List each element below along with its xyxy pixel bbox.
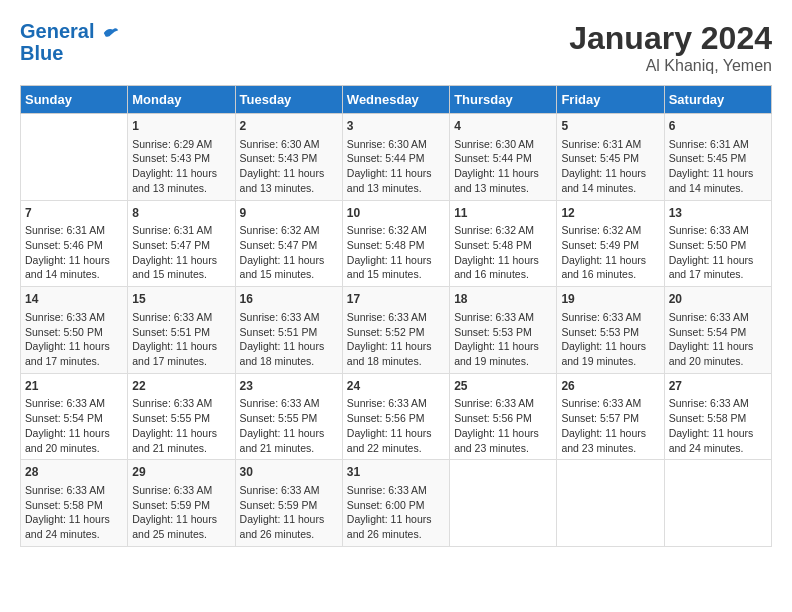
calendar-cell: 10Sunrise: 6:32 AMSunset: 5:48 PMDayligh… — [342, 200, 449, 287]
calendar-cell: 12Sunrise: 6:32 AMSunset: 5:49 PMDayligh… — [557, 200, 664, 287]
daylight-text: Daylight: 11 hours and 19 minutes. — [454, 339, 552, 368]
calendar-cell: 22Sunrise: 6:33 AMSunset: 5:55 PMDayligh… — [128, 373, 235, 460]
sunset-text: Sunset: 5:48 PM — [347, 238, 445, 253]
sunrise-text: Sunrise: 6:33 AM — [561, 396, 659, 411]
weekday-header-thursday: Thursday — [450, 86, 557, 114]
weekday-header-wednesday: Wednesday — [342, 86, 449, 114]
sunset-text: Sunset: 5:48 PM — [454, 238, 552, 253]
daylight-text: Daylight: 11 hours and 18 minutes. — [240, 339, 338, 368]
daylight-text: Daylight: 11 hours and 25 minutes. — [132, 512, 230, 541]
sunset-text: Sunset: 5:43 PM — [240, 151, 338, 166]
day-number: 14 — [25, 291, 123, 308]
day-number: 4 — [454, 118, 552, 135]
sunrise-text: Sunrise: 6:33 AM — [669, 310, 767, 325]
calendar-cell: 3Sunrise: 6:30 AMSunset: 5:44 PMDaylight… — [342, 114, 449, 201]
day-number: 18 — [454, 291, 552, 308]
sunrise-text: Sunrise: 6:33 AM — [347, 483, 445, 498]
calendar-week-row: 21Sunrise: 6:33 AMSunset: 5:54 PMDayligh… — [21, 373, 772, 460]
daylight-text: Daylight: 11 hours and 14 minutes. — [561, 166, 659, 195]
calendar-cell: 18Sunrise: 6:33 AMSunset: 5:53 PMDayligh… — [450, 287, 557, 374]
sunset-text: Sunset: 5:51 PM — [132, 325, 230, 340]
day-number: 12 — [561, 205, 659, 222]
daylight-text: Daylight: 11 hours and 17 minutes. — [25, 339, 123, 368]
daylight-text: Daylight: 11 hours and 15 minutes. — [132, 253, 230, 282]
day-number: 24 — [347, 378, 445, 395]
sunrise-text: Sunrise: 6:33 AM — [454, 396, 552, 411]
calendar-title-block: January 2024 Al Khaniq, Yemen — [569, 20, 772, 75]
daylight-text: Daylight: 11 hours and 17 minutes. — [669, 253, 767, 282]
day-number: 8 — [132, 205, 230, 222]
daylight-text: Daylight: 11 hours and 17 minutes. — [132, 339, 230, 368]
day-number: 1 — [132, 118, 230, 135]
sunrise-text: Sunrise: 6:33 AM — [25, 396, 123, 411]
sunrise-text: Sunrise: 6:31 AM — [669, 137, 767, 152]
calendar-cell: 9Sunrise: 6:32 AMSunset: 5:47 PMDaylight… — [235, 200, 342, 287]
day-number: 29 — [132, 464, 230, 481]
daylight-text: Daylight: 11 hours and 24 minutes. — [25, 512, 123, 541]
calendar-cell: 6Sunrise: 6:31 AMSunset: 5:45 PMDaylight… — [664, 114, 771, 201]
logo-bird-icon — [102, 24, 120, 42]
sunset-text: Sunset: 5:55 PM — [240, 411, 338, 426]
day-number: 2 — [240, 118, 338, 135]
day-number: 3 — [347, 118, 445, 135]
daylight-text: Daylight: 11 hours and 15 minutes. — [347, 253, 445, 282]
sunrise-text: Sunrise: 6:33 AM — [25, 483, 123, 498]
daylight-text: Daylight: 11 hours and 13 minutes. — [240, 166, 338, 195]
sunrise-text: Sunrise: 6:33 AM — [240, 310, 338, 325]
sunrise-text: Sunrise: 6:33 AM — [25, 310, 123, 325]
sunset-text: Sunset: 5:57 PM — [561, 411, 659, 426]
day-number: 19 — [561, 291, 659, 308]
daylight-text: Daylight: 11 hours and 15 minutes. — [240, 253, 338, 282]
sunset-text: Sunset: 5:44 PM — [347, 151, 445, 166]
day-number: 10 — [347, 205, 445, 222]
daylight-text: Daylight: 11 hours and 19 minutes. — [561, 339, 659, 368]
sunset-text: Sunset: 5:53 PM — [454, 325, 552, 340]
sunrise-text: Sunrise: 6:33 AM — [240, 396, 338, 411]
logo: General Blue — [20, 20, 120, 64]
sunset-text: Sunset: 5:59 PM — [240, 498, 338, 513]
day-number: 16 — [240, 291, 338, 308]
calendar-cell — [21, 114, 128, 201]
sunrise-text: Sunrise: 6:32 AM — [347, 223, 445, 238]
sunrise-text: Sunrise: 6:32 AM — [454, 223, 552, 238]
sunset-text: Sunset: 5:45 PM — [669, 151, 767, 166]
calendar-week-row: 14Sunrise: 6:33 AMSunset: 5:50 PMDayligh… — [21, 287, 772, 374]
sunset-text: Sunset: 5:53 PM — [561, 325, 659, 340]
calendar-cell: 11Sunrise: 6:32 AMSunset: 5:48 PMDayligh… — [450, 200, 557, 287]
day-number: 31 — [347, 464, 445, 481]
daylight-text: Daylight: 11 hours and 16 minutes. — [454, 253, 552, 282]
calendar-week-row: 1Sunrise: 6:29 AMSunset: 5:43 PMDaylight… — [21, 114, 772, 201]
calendar-cell: 26Sunrise: 6:33 AMSunset: 5:57 PMDayligh… — [557, 373, 664, 460]
calendar-cell — [450, 460, 557, 547]
sunset-text: Sunset: 5:51 PM — [240, 325, 338, 340]
calendar-title: January 2024 — [569, 20, 772, 57]
day-number: 26 — [561, 378, 659, 395]
sunset-text: Sunset: 5:43 PM — [132, 151, 230, 166]
daylight-text: Daylight: 11 hours and 22 minutes. — [347, 426, 445, 455]
daylight-text: Daylight: 11 hours and 20 minutes. — [669, 339, 767, 368]
day-number: 22 — [132, 378, 230, 395]
daylight-text: Daylight: 11 hours and 20 minutes. — [25, 426, 123, 455]
sunset-text: Sunset: 5:47 PM — [132, 238, 230, 253]
day-number: 11 — [454, 205, 552, 222]
calendar-cell — [664, 460, 771, 547]
sunset-text: Sunset: 5:55 PM — [132, 411, 230, 426]
calendar-cell: 25Sunrise: 6:33 AMSunset: 5:56 PMDayligh… — [450, 373, 557, 460]
sunset-text: Sunset: 5:47 PM — [240, 238, 338, 253]
calendar-table: SundayMondayTuesdayWednesdayThursdayFrid… — [20, 85, 772, 547]
day-number: 20 — [669, 291, 767, 308]
calendar-cell: 13Sunrise: 6:33 AMSunset: 5:50 PMDayligh… — [664, 200, 771, 287]
sunrise-text: Sunrise: 6:31 AM — [561, 137, 659, 152]
calendar-cell: 31Sunrise: 6:33 AMSunset: 6:00 PMDayligh… — [342, 460, 449, 547]
sunrise-text: Sunrise: 6:33 AM — [669, 223, 767, 238]
page-header: General Blue January 2024 Al Khaniq, Yem… — [20, 20, 772, 75]
day-number: 13 — [669, 205, 767, 222]
weekday-header-monday: Monday — [128, 86, 235, 114]
daylight-text: Daylight: 11 hours and 21 minutes. — [132, 426, 230, 455]
sunrise-text: Sunrise: 6:33 AM — [454, 310, 552, 325]
weekday-header-friday: Friday — [557, 86, 664, 114]
weekday-header-row: SundayMondayTuesdayWednesdayThursdayFrid… — [21, 86, 772, 114]
sunset-text: Sunset: 5:52 PM — [347, 325, 445, 340]
sunrise-text: Sunrise: 6:30 AM — [454, 137, 552, 152]
daylight-text: Daylight: 11 hours and 23 minutes. — [454, 426, 552, 455]
